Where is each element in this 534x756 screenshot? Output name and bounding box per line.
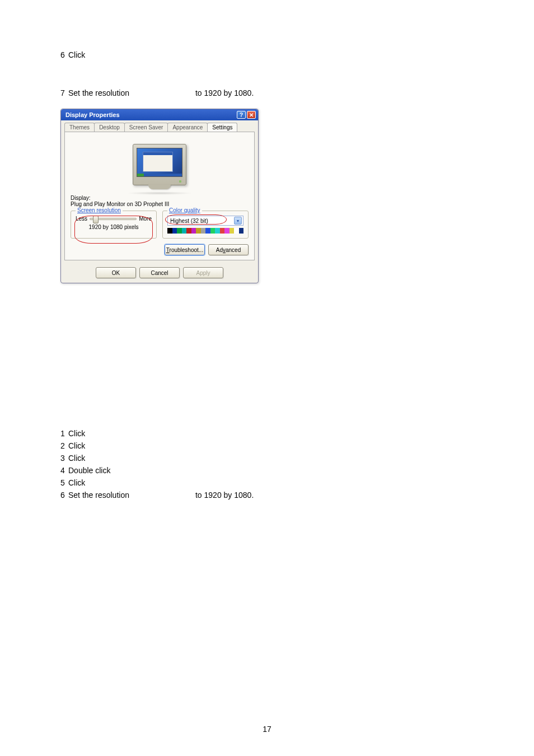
lower-step-4: 4 Double click [60,466,474,475]
step-number: 2 [60,441,68,450]
step-6: 6 Click [60,50,474,59]
step-text: Click [68,429,85,438]
step-number: 6 [60,491,68,500]
close-button[interactable]: ✕ [247,111,256,119]
page-number: 17 [263,725,271,734]
resolution-label: Screen resolution [76,207,123,213]
troubleshoot-button[interactable]: Troubleshoot... [165,244,205,255]
tab-appearance[interactable]: Appearance [167,123,208,132]
step-text: Click [68,478,85,487]
color-quality-select[interactable]: Highest (32 bit) ▾ [167,216,243,226]
ok-button[interactable]: OK [96,267,136,278]
resolution-group: Screen resolution Less More 1920 by 1080… [71,211,157,239]
step-number: 1 [60,429,68,438]
upper-instructions-2: 7 Set the resolution to 1920 by 1080. [60,88,474,97]
slider-less: Less [76,216,87,222]
color-bar [167,228,243,234]
apply-button[interactable]: Apply [183,267,223,278]
advanced-button[interactable]: Advanced [208,244,249,255]
tab-desktop[interactable]: Desktop [94,123,125,132]
lower-step-2: 2 Click [60,441,474,450]
resolution-slider[interactable] [90,218,137,220]
step-number: 5 [60,478,68,487]
step-text-b: to 1920 by 1080. [195,88,254,97]
color-group: Color quality Highest (32 bit) ▾ [162,211,249,239]
chevron-down-icon: ▾ [234,217,242,225]
dialog-titlebar[interactable]: Display Properties ? ✕ [61,109,258,120]
tab-body: Display: Plug and Play Monitor on 3D Pro… [64,132,255,260]
step-number: 3 [60,454,68,463]
lower-step-6: 6 Set the resolution to 1920 by 1080. [60,491,474,500]
lower-step-1: 1 Click [60,429,474,438]
lower-instructions: 1 Click 2 Click 3 Click 4 Double click 5… [60,429,474,500]
step-text: Click [68,50,85,59]
step-text-b: to 1920 by 1080. [195,491,254,500]
color-value: Highest (32 bit) [170,218,208,224]
dialog-title: Display Properties [65,111,120,118]
resolution-value: 1920 by 1080 pixels [76,224,152,230]
tab-strip: Themes Desktop Screen Saver Appearance S… [61,120,258,132]
slider-more: More [139,216,152,222]
display-name: Plug and Play Monitor on 3D Prophet III [71,201,249,207]
lower-step-3: 3 Click [60,454,474,463]
step-text: Double click [68,466,110,475]
display-label: Display: [71,195,249,201]
monitor-preview [71,137,249,193]
step-text-a: Set the resolution [68,88,129,97]
step-number: 7 [60,88,68,97]
tab-screen-saver[interactable]: Screen Saver [124,123,168,132]
help-button[interactable]: ? [237,111,246,119]
step-number: 6 [60,50,68,59]
tab-settings[interactable]: Settings [207,123,237,132]
step-7: 7 Set the resolution to 1920 by 1080. [60,88,474,97]
lower-step-5: 5 Click [60,478,474,487]
color-label: Color quality [167,207,202,213]
step-text: Click [68,454,85,463]
step-number: 4 [60,466,68,475]
display-properties-dialog: Display Properties ? ✕ Themes Desktop Sc… [60,109,259,283]
upper-instructions: 6 Click [60,50,474,59]
tab-themes[interactable]: Themes [64,123,95,132]
step-text-a: Set the resolution [68,491,129,500]
step-text: Click [68,441,85,450]
cancel-button[interactable]: Cancel [139,267,180,278]
